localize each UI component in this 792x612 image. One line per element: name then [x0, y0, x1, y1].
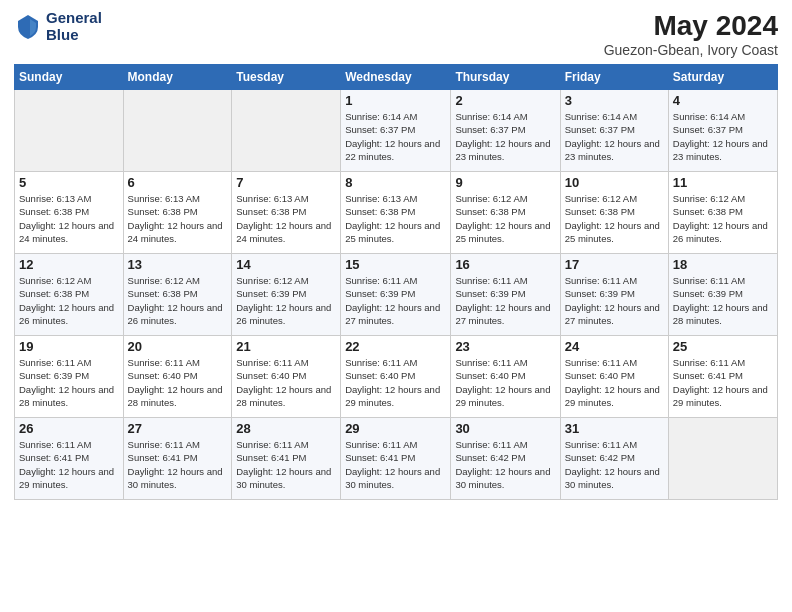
day-number: 16 — [455, 257, 555, 272]
day-cell: 25Sunrise: 6:11 AM Sunset: 6:41 PM Dayli… — [668, 336, 777, 418]
day-number: 6 — [128, 175, 228, 190]
header-sunday: Sunday — [15, 65, 124, 90]
header: General Blue May 2024 Guezon-Gbean, Ivor… — [14, 10, 778, 58]
day-cell: 14Sunrise: 6:12 AM Sunset: 6:39 PM Dayli… — [232, 254, 341, 336]
day-number: 30 — [455, 421, 555, 436]
header-friday: Friday — [560, 65, 668, 90]
day-cell: 1Sunrise: 6:14 AM Sunset: 6:37 PM Daylig… — [341, 90, 451, 172]
day-info: Sunrise: 6:11 AM Sunset: 6:40 PM Dayligh… — [565, 356, 664, 409]
calendar: Sunday Monday Tuesday Wednesday Thursday… — [14, 64, 778, 500]
day-cell: 13Sunrise: 6:12 AM Sunset: 6:38 PM Dayli… — [123, 254, 232, 336]
day-info: Sunrise: 6:13 AM Sunset: 6:38 PM Dayligh… — [19, 192, 119, 245]
day-info: Sunrise: 6:11 AM Sunset: 6:39 PM Dayligh… — [19, 356, 119, 409]
header-monday: Monday — [123, 65, 232, 90]
day-number: 1 — [345, 93, 446, 108]
day-cell: 12Sunrise: 6:12 AM Sunset: 6:38 PM Dayli… — [15, 254, 124, 336]
day-number: 4 — [673, 93, 773, 108]
page: General Blue May 2024 Guezon-Gbean, Ivor… — [0, 0, 792, 612]
day-info: Sunrise: 6:11 AM Sunset: 6:42 PM Dayligh… — [565, 438, 664, 491]
calendar-header: Sunday Monday Tuesday Wednesday Thursday… — [15, 65, 778, 90]
day-number: 25 — [673, 339, 773, 354]
month-title: May 2024 — [604, 10, 778, 42]
day-cell: 8Sunrise: 6:13 AM Sunset: 6:38 PM Daylig… — [341, 172, 451, 254]
day-info: Sunrise: 6:11 AM Sunset: 6:40 PM Dayligh… — [128, 356, 228, 409]
day-number: 31 — [565, 421, 664, 436]
day-cell: 15Sunrise: 6:11 AM Sunset: 6:39 PM Dayli… — [341, 254, 451, 336]
day-info: Sunrise: 6:11 AM Sunset: 6:41 PM Dayligh… — [128, 438, 228, 491]
header-row: Sunday Monday Tuesday Wednesday Thursday… — [15, 65, 778, 90]
day-number: 18 — [673, 257, 773, 272]
day-number: 15 — [345, 257, 446, 272]
day-number: 8 — [345, 175, 446, 190]
day-info: Sunrise: 6:14 AM Sunset: 6:37 PM Dayligh… — [565, 110, 664, 163]
day-number: 19 — [19, 339, 119, 354]
week-row-2: 5Sunrise: 6:13 AM Sunset: 6:38 PM Daylig… — [15, 172, 778, 254]
day-cell: 20Sunrise: 6:11 AM Sunset: 6:40 PM Dayli… — [123, 336, 232, 418]
day-cell: 4Sunrise: 6:14 AM Sunset: 6:37 PM Daylig… — [668, 90, 777, 172]
header-tuesday: Tuesday — [232, 65, 341, 90]
day-number: 21 — [236, 339, 336, 354]
logo: General Blue — [14, 10, 102, 43]
day-number: 9 — [455, 175, 555, 190]
day-cell: 24Sunrise: 6:11 AM Sunset: 6:40 PM Dayli… — [560, 336, 668, 418]
header-wednesday: Wednesday — [341, 65, 451, 90]
day-cell — [123, 90, 232, 172]
day-info: Sunrise: 6:12 AM Sunset: 6:38 PM Dayligh… — [128, 274, 228, 327]
day-cell: 19Sunrise: 6:11 AM Sunset: 6:39 PM Dayli… — [15, 336, 124, 418]
day-info: Sunrise: 6:14 AM Sunset: 6:37 PM Dayligh… — [345, 110, 446, 163]
day-cell: 10Sunrise: 6:12 AM Sunset: 6:38 PM Dayli… — [560, 172, 668, 254]
day-cell: 9Sunrise: 6:12 AM Sunset: 6:38 PM Daylig… — [451, 172, 560, 254]
day-info: Sunrise: 6:11 AM Sunset: 6:42 PM Dayligh… — [455, 438, 555, 491]
day-cell: 22Sunrise: 6:11 AM Sunset: 6:40 PM Dayli… — [341, 336, 451, 418]
day-info: Sunrise: 6:11 AM Sunset: 6:39 PM Dayligh… — [565, 274, 664, 327]
logo-line1: General — [46, 10, 102, 27]
day-info: Sunrise: 6:13 AM Sunset: 6:38 PM Dayligh… — [345, 192, 446, 245]
day-number: 12 — [19, 257, 119, 272]
day-info: Sunrise: 6:11 AM Sunset: 6:40 PM Dayligh… — [236, 356, 336, 409]
day-cell: 7Sunrise: 6:13 AM Sunset: 6:38 PM Daylig… — [232, 172, 341, 254]
day-cell: 11Sunrise: 6:12 AM Sunset: 6:38 PM Dayli… — [668, 172, 777, 254]
day-cell: 16Sunrise: 6:11 AM Sunset: 6:39 PM Dayli… — [451, 254, 560, 336]
day-number: 11 — [673, 175, 773, 190]
day-info: Sunrise: 6:12 AM Sunset: 6:39 PM Dayligh… — [236, 274, 336, 327]
day-cell: 26Sunrise: 6:11 AM Sunset: 6:41 PM Dayli… — [15, 418, 124, 500]
day-cell: 31Sunrise: 6:11 AM Sunset: 6:42 PM Dayli… — [560, 418, 668, 500]
day-info: Sunrise: 6:11 AM Sunset: 6:39 PM Dayligh… — [455, 274, 555, 327]
day-cell: 2Sunrise: 6:14 AM Sunset: 6:37 PM Daylig… — [451, 90, 560, 172]
day-info: Sunrise: 6:11 AM Sunset: 6:41 PM Dayligh… — [236, 438, 336, 491]
day-info: Sunrise: 6:11 AM Sunset: 6:39 PM Dayligh… — [345, 274, 446, 327]
logo-icon — [14, 13, 42, 41]
day-number: 28 — [236, 421, 336, 436]
day-info: Sunrise: 6:13 AM Sunset: 6:38 PM Dayligh… — [236, 192, 336, 245]
day-info: Sunrise: 6:12 AM Sunset: 6:38 PM Dayligh… — [673, 192, 773, 245]
calendar-body: 1Sunrise: 6:14 AM Sunset: 6:37 PM Daylig… — [15, 90, 778, 500]
week-row-4: 19Sunrise: 6:11 AM Sunset: 6:39 PM Dayli… — [15, 336, 778, 418]
day-info: Sunrise: 6:12 AM Sunset: 6:38 PM Dayligh… — [455, 192, 555, 245]
day-info: Sunrise: 6:11 AM Sunset: 6:41 PM Dayligh… — [345, 438, 446, 491]
week-row-3: 12Sunrise: 6:12 AM Sunset: 6:38 PM Dayli… — [15, 254, 778, 336]
day-info: Sunrise: 6:11 AM Sunset: 6:40 PM Dayligh… — [455, 356, 555, 409]
logo-line2: Blue — [46, 27, 102, 44]
day-cell: 27Sunrise: 6:11 AM Sunset: 6:41 PM Dayli… — [123, 418, 232, 500]
day-cell: 17Sunrise: 6:11 AM Sunset: 6:39 PM Dayli… — [560, 254, 668, 336]
day-cell: 23Sunrise: 6:11 AM Sunset: 6:40 PM Dayli… — [451, 336, 560, 418]
day-number: 2 — [455, 93, 555, 108]
day-info: Sunrise: 6:11 AM Sunset: 6:41 PM Dayligh… — [673, 356, 773, 409]
header-saturday: Saturday — [668, 65, 777, 90]
title-block: May 2024 Guezon-Gbean, Ivory Coast — [604, 10, 778, 58]
header-thursday: Thursday — [451, 65, 560, 90]
day-cell: 3Sunrise: 6:14 AM Sunset: 6:37 PM Daylig… — [560, 90, 668, 172]
day-info: Sunrise: 6:12 AM Sunset: 6:38 PM Dayligh… — [19, 274, 119, 327]
day-number: 5 — [19, 175, 119, 190]
day-cell: 6Sunrise: 6:13 AM Sunset: 6:38 PM Daylig… — [123, 172, 232, 254]
day-number: 24 — [565, 339, 664, 354]
day-info: Sunrise: 6:11 AM Sunset: 6:41 PM Dayligh… — [19, 438, 119, 491]
day-cell — [668, 418, 777, 500]
day-number: 17 — [565, 257, 664, 272]
week-row-5: 26Sunrise: 6:11 AM Sunset: 6:41 PM Dayli… — [15, 418, 778, 500]
day-number: 23 — [455, 339, 555, 354]
day-cell: 18Sunrise: 6:11 AM Sunset: 6:39 PM Dayli… — [668, 254, 777, 336]
day-number: 26 — [19, 421, 119, 436]
day-cell — [232, 90, 341, 172]
day-cell: 28Sunrise: 6:11 AM Sunset: 6:41 PM Dayli… — [232, 418, 341, 500]
